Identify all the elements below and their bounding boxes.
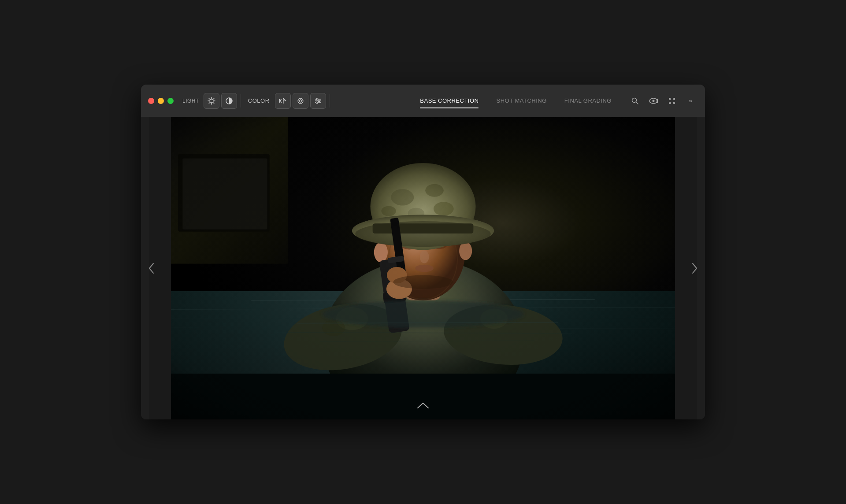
- svg-line-8: [209, 103, 210, 104]
- sun-btn[interactable]: [204, 93, 219, 109]
- prev-arrow[interactable]: [143, 255, 160, 282]
- tab-shot-matching[interactable]: SHOT MATCHING: [487, 94, 555, 107]
- tab-base-correction[interactable]: BASE CORRECTION: [411, 94, 487, 107]
- divider-1: [241, 94, 241, 107]
- svg-point-15: [299, 100, 301, 102]
- expand-btn[interactable]: [664, 93, 679, 108]
- video-frame: [171, 117, 675, 419]
- svg-point-24: [318, 100, 320, 102]
- scene-image: [171, 117, 675, 419]
- next-arrow[interactable]: [686, 255, 703, 282]
- svg-line-13: [283, 98, 286, 101]
- tab-final-grading[interactable]: FINAL GRADING: [556, 94, 620, 107]
- hsl-btn[interactable]: [293, 93, 308, 109]
- svg-line-7: [213, 98, 214, 99]
- minimize-button[interactable]: [158, 98, 164, 104]
- light-label: LIGHT: [182, 98, 199, 104]
- svg-point-0: [210, 99, 213, 103]
- kelvin-btn[interactable]: K: [275, 93, 291, 109]
- close-button[interactable]: [148, 98, 154, 104]
- app-window: LIGHT: [141, 85, 705, 419]
- maximize-button[interactable]: [167, 98, 174, 104]
- color-section: COLOR K: [245, 93, 326, 109]
- svg-point-23: [316, 98, 318, 100]
- search-btn[interactable]: [627, 93, 642, 108]
- svg-text:K: K: [279, 98, 282, 104]
- svg-rect-30: [657, 99, 658, 103]
- bottom-chevron[interactable]: [416, 401, 430, 412]
- sliders-btn[interactable]: [310, 93, 326, 109]
- svg-line-6: [213, 103, 214, 104]
- preview-btn[interactable]: [646, 93, 661, 108]
- contrast-btn[interactable]: [221, 93, 237, 109]
- color-label: COLOR: [248, 97, 270, 104]
- more-btn[interactable]: »: [683, 93, 698, 108]
- svg-rect-85: [171, 117, 675, 419]
- titlebar: LIGHT: [141, 85, 705, 117]
- svg-point-25: [316, 102, 318, 104]
- nav-tabs: BASE CORRECTION SHOT MATCHING FINAL GRAD…: [411, 94, 620, 107]
- traffic-lights: [148, 98, 174, 104]
- svg-line-5: [209, 98, 210, 99]
- svg-point-29: [653, 100, 655, 102]
- light-section: LIGHT: [182, 93, 237, 109]
- toolbar-right: »: [627, 93, 698, 108]
- svg-point-86: [393, 275, 453, 289]
- svg-line-27: [636, 102, 638, 104]
- divider-2: [330, 94, 330, 107]
- video-container: [171, 117, 675, 419]
- content-area: [141, 117, 705, 419]
